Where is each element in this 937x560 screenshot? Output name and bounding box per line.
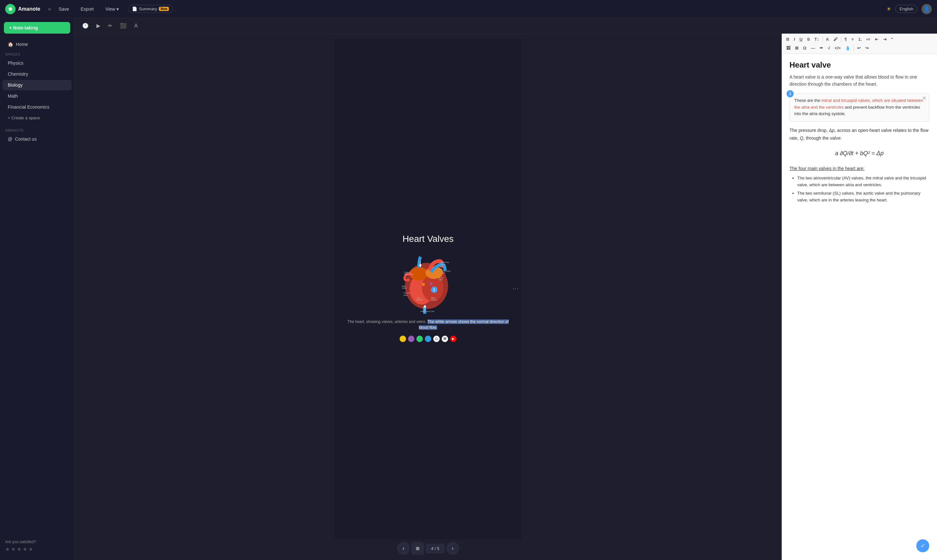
table-btn[interactable]: ⊞ <box>793 44 800 52</box>
dot-green[interactable] <box>416 335 423 342</box>
bullet-list: The two atrioventricular (AV) valves, th… <box>789 175 929 204</box>
star-4[interactable]: ★ <box>23 546 27 552</box>
sidebar-item-label: Chemistry <box>8 71 28 77</box>
dash-btn[interactable]: — <box>809 44 817 52</box>
highlight-tool-btn[interactable]: ⬛ <box>117 21 129 31</box>
topbar-right: ☀ English 👤 <box>886 4 932 14</box>
indent-dec-btn[interactable]: ⇤ <box>873 35 880 43</box>
arrow-tool-btn[interactable]: ▶ <box>94 21 103 31</box>
topbar-actions: Save Export View ▾ 📄 Summary New <box>56 5 173 13</box>
highlight-btn[interactable]: 🖊 <box>832 35 840 43</box>
notes-body-text: The pressure drop, Δp, across an open-he… <box>789 127 929 142</box>
nav-controls: ‹ ⊞ 4 / 5 › <box>397 542 459 555</box>
slide-caption: The heart, showing valves, arteries and … <box>334 316 522 333</box>
sidebar-item-home[interactable]: 🏠 Home <box>3 39 71 49</box>
next-slide-btn[interactable]: › <box>446 542 459 555</box>
image-btn[interactable]: 🖼 <box>784 44 792 52</box>
special-char-btn[interactable]: Ω <box>801 44 808 52</box>
more-options-btn[interactable]: ⋮ <box>512 286 519 292</box>
svg-text:Valve: Valve <box>439 279 443 281</box>
star-2[interactable]: ★ <box>11 546 15 552</box>
pen-btn[interactable]: ✒ <box>818 44 825 52</box>
svg-text:Valve: Valve <box>404 294 408 296</box>
export-button[interactable]: Export <box>78 5 96 13</box>
notes-title: Heart valve <box>789 60 929 69</box>
notes-content: Heart valve A heart valve is a one-way v… <box>782 54 937 560</box>
dot-google[interactable]: G <box>433 335 440 342</box>
toolbar-sep-3 <box>854 45 854 51</box>
sidebar-create-space[interactable]: + Create a space <box>3 113 71 123</box>
sidebar-item-contact-us[interactable]: @ Contact us <box>3 134 71 144</box>
satisfaction-label: Are you satisfied? <box>5 540 69 544</box>
logo-area: Amanote <box>5 4 40 14</box>
slide-notes-split: Heart Valves <box>74 34 937 560</box>
slide-dots-row: G W ▶ <box>399 335 456 342</box>
indent-inc-btn[interactable]: ⇥ <box>881 35 888 43</box>
topbar: Amanote « Save Export View ▾ 📄 Summary N… <box>0 0 937 18</box>
eyedropper-btn[interactable]: 💧 <box>843 44 852 52</box>
sidebar-item-chemistry[interactable]: Chemistry <box>3 69 71 79</box>
sidebar-item-biology[interactable]: Biology <box>3 80 71 90</box>
star-rating[interactable]: ★ ★ ★ ★ ★ <box>5 546 69 552</box>
star-1[interactable]: ★ <box>5 546 10 552</box>
quote-btn[interactable]: " <box>889 35 895 43</box>
summary-button[interactable]: 📄 Summary New <box>128 5 173 13</box>
star-3[interactable]: ★ <box>17 546 22 552</box>
toolbar-sep-2 <box>841 37 841 42</box>
valves-list-heading: The four main valves in the heart are: <box>789 166 929 171</box>
sidebar-item-physics[interactable]: Physics <box>3 58 71 68</box>
pen-tool-btn[interactable]: ✏ <box>105 21 115 31</box>
page-indicator: 4 / 5 <box>425 543 445 554</box>
align-btn[interactable]: ≡ <box>849 35 856 43</box>
sidebar-item-math[interactable]: Math <box>3 91 71 101</box>
theme-toggle-icon[interactable]: ☀ <box>886 6 891 12</box>
strikethrough-btn[interactable]: S <box>805 35 812 43</box>
language-button[interactable]: English <box>895 5 918 13</box>
sidebar-item-label: Home <box>16 42 28 47</box>
bold-btn[interactable]: B <box>784 35 791 43</box>
callout-text: These are the mitral and tricuspid valve… <box>794 97 925 117</box>
slide-toolbar: 🕐 ▶ ✏ ⬛ A <box>74 18 937 34</box>
collapse-sidebar-btn[interactable]: « <box>48 6 51 12</box>
amanote-section-label: Amanote <box>0 126 74 134</box>
underline-btn[interactable]: U <box>798 35 804 43</box>
dot-yellow[interactable] <box>399 335 406 342</box>
ordered-list-btn[interactable]: 1. <box>857 35 864 43</box>
paragraph-btn[interactable]: ¶ <box>843 35 849 43</box>
dot-blue[interactable] <box>425 335 431 342</box>
grid-view-btn[interactable]: ⊞ <box>411 542 424 555</box>
svg-text:Mitral: Mitral <box>439 266 443 268</box>
dot-purple[interactable] <box>408 335 415 342</box>
svg-text:Artery: Artery <box>440 263 445 265</box>
undo-btn[interactable]: ↩ <box>855 44 863 52</box>
sidebar-item-label: Physics <box>8 60 23 66</box>
user-avatar[interactable]: 👤 <box>922 4 932 14</box>
sidebar-item-label: Contact us <box>15 137 37 142</box>
timer-tool-btn[interactable]: 🕐 <box>80 21 91 31</box>
svg-text:Pulmonary: Pulmonary <box>440 261 449 263</box>
view-button[interactable]: View ▾ <box>103 5 121 13</box>
note-taking-button[interactable]: + Note-taking <box>4 22 70 34</box>
code-btn[interactable]: </> <box>833 44 843 52</box>
dot-youtube[interactable]: ▶ <box>450 335 456 342</box>
check-button[interactable]: ✓ <box>916 539 929 552</box>
svg-text:Inferior Vena Cava: Inferior Vena Cava <box>420 311 434 312</box>
heart-diagram: Superior Vena Cava Pulmonary Artery Pulm… <box>389 251 467 315</box>
sidebar-item-financial-economics[interactable]: Financial Economics <box>3 102 71 112</box>
callout-close-btn[interactable]: ✕ <box>922 95 926 100</box>
text-tool-btn[interactable]: A <box>132 21 140 31</box>
redo-btn[interactable]: ↪ <box>863 44 871 52</box>
unordered-list-btn[interactable]: •≡ <box>865 35 872 43</box>
slide-title: Heart Valves <box>402 234 454 244</box>
italic-btn[interactable]: I <box>792 35 797 43</box>
star-5[interactable]: ★ <box>28 546 33 552</box>
callout-box: 1 ✕ These are the mitral and tricuspid v… <box>789 93 929 122</box>
comment-bubble[interactable]: 1 <box>431 286 438 293</box>
dot-wikipedia[interactable]: W <box>442 335 448 342</box>
sidebar-item-label: Math <box>8 94 18 98</box>
prev-slide-btn[interactable]: ‹ <box>397 542 410 555</box>
sqrt-btn[interactable]: √ <box>826 44 832 52</box>
save-button[interactable]: Save <box>56 5 71 13</box>
header-btn[interactable]: T↕ <box>812 35 821 43</box>
text-color-btn[interactable]: A <box>824 35 831 43</box>
